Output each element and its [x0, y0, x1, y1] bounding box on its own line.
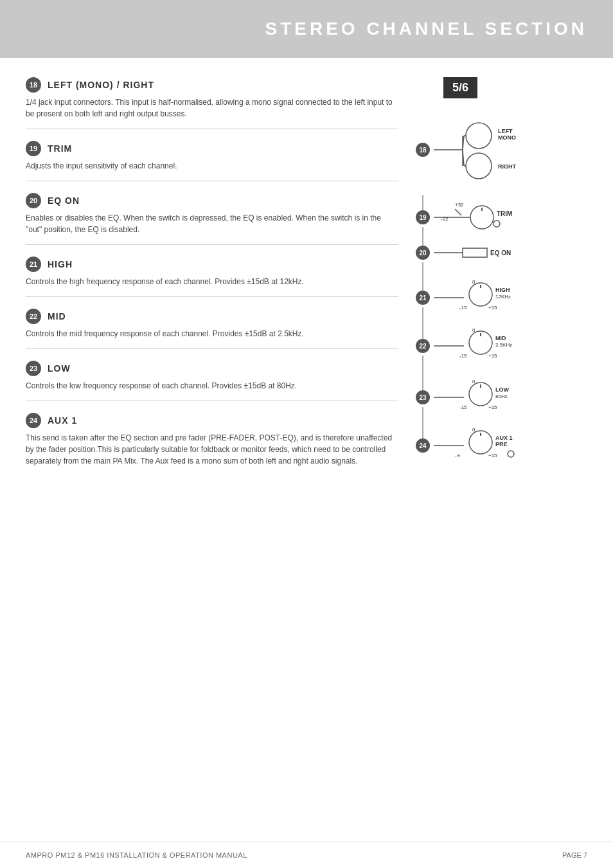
svg-text:21: 21 [419, 294, 427, 302]
svg-text:-∞: -∞ [455, 453, 461, 458]
badge-20: 20 [26, 193, 41, 208]
svg-text:2.5KHz: 2.5KHz [495, 342, 512, 348]
svg-text:23: 23 [419, 394, 427, 401]
svg-text:80Hz: 80Hz [495, 393, 508, 399]
svg-text:LOW: LOW [495, 386, 509, 393]
svg-text:22: 22 [419, 343, 427, 350]
footer-manual-label: AMPRO PM12 & PM16 INSTALLATION & OPERATI… [26, 851, 247, 859]
svg-point-22 [493, 221, 500, 227]
footer-page-label: PAGE 7 [562, 851, 587, 859]
svg-text:24: 24 [419, 442, 427, 449]
section-24: 24AUX 1This send is taken after the EQ s… [26, 413, 398, 476]
page-title: STEREO CHANNEL SECTION [265, 19, 587, 39]
svg-text:RIGHT: RIGHT [498, 163, 517, 170]
main-content: 18LEFT (MONO) / RIGHT1/4 jack input conn… [0, 58, 613, 602]
svg-text:-22: -22 [441, 216, 449, 222]
svg-text:+15: +15 [488, 353, 497, 359]
svg-text:AUX 1: AUX 1 [495, 435, 513, 441]
badge-22: 22 [26, 309, 41, 324]
svg-text:+15: +15 [488, 453, 497, 458]
section-18: 18LEFT (MONO) / RIGHT1/4 jack input conn… [26, 77, 398, 129]
svg-point-69 [508, 451, 514, 457]
svg-text:HIGH: HIGH [495, 287, 510, 293]
section-body-23: Controls the low frequency response of e… [26, 380, 398, 392]
svg-text:EQ ON: EQ ON [490, 249, 511, 257]
section-19: 19TRIMAdjusts the input sensitivity of e… [26, 141, 398, 181]
svg-rect-27 [463, 248, 487, 257]
section-header-19: 19TRIM [26, 141, 398, 156]
svg-text:19: 19 [419, 214, 427, 221]
svg-text:12KHz: 12KHz [495, 294, 511, 300]
section-title-21: HIGH [48, 259, 73, 269]
diagram-column: 5/6 18 LEFT MONO RIGHT 19 [411, 77, 540, 576]
section-header-23: 23LOW [26, 361, 398, 376]
section-title-22: MID [48, 311, 66, 321]
svg-text:20: 20 [419, 249, 427, 257]
svg-text:TRIM: TRIM [497, 210, 512, 217]
footer: AMPRO PM12 & PM16 INSTALLATION & OPERATI… [0, 842, 613, 868]
section-header-20: 20EQ ON [26, 193, 398, 208]
badge-23: 23 [26, 361, 41, 376]
diagram-svg: 18 LEFT MONO RIGHT 19 +32 -22 [411, 111, 533, 574]
svg-text:-15: -15 [459, 404, 467, 410]
svg-text:LEFT: LEFT [498, 128, 513, 134]
section-header-21: 21HIGH [26, 257, 398, 272]
badge-24: 24 [26, 413, 41, 428]
section-title-18: LEFT (MONO) / RIGHT [48, 80, 154, 90]
svg-text:18: 18 [419, 147, 427, 154]
svg-text:+15: +15 [488, 404, 497, 410]
section-23: 23LOWControls the low frequency response… [26, 361, 398, 401]
badge-18: 18 [26, 77, 41, 93]
section-header-24: 24AUX 1 [26, 413, 398, 428]
section-title-19: TRIM [48, 143, 72, 154]
section-title-23: LOW [48, 363, 71, 374]
page-badge: 5/6 [443, 77, 477, 98]
section-body-24: This send is taken after the EQ section … [26, 432, 398, 467]
svg-text:PRE: PRE [495, 441, 508, 448]
svg-text:+32: +32 [455, 202, 464, 208]
svg-point-3 [466, 123, 492, 149]
badge-19: 19 [26, 141, 41, 156]
section-22: 22MIDControls the mid frequency response… [26, 309, 398, 349]
header: STEREO CHANNEL SECTION [0, 0, 613, 58]
text-column: 18LEFT (MONO) / RIGHT1/4 jack input conn… [26, 77, 398, 576]
svg-text:MONO: MONO [498, 134, 516, 141]
svg-point-6 [466, 153, 492, 179]
section-body-19: Adjusts the input sensitivity of each ch… [26, 160, 398, 172]
section-header-22: 22MID [26, 309, 398, 324]
section-21: 21HIGHControls the high frequency respon… [26, 257, 398, 297]
svg-text:+15: +15 [488, 305, 497, 311]
svg-text:-15: -15 [459, 305, 467, 311]
section-body-20: Enables or disables the EQ. When the swi… [26, 212, 398, 235]
section-body-18: 1/4 jack input connectors. This input is… [26, 96, 398, 120]
section-title-20: EQ ON [48, 195, 80, 206]
svg-text:MID: MID [495, 335, 506, 341]
section-title-24: AUX 1 [48, 415, 77, 426]
section-20: 20EQ ONEnables or disables the EQ. When … [26, 193, 398, 245]
section-header-18: 18LEFT (MONO) / RIGHT [26, 77, 398, 93]
svg-text:-15: -15 [459, 353, 467, 359]
section-body-21: Controls the high frequency response of … [26, 276, 398, 287]
section-body-22: Controls the mid frequency response of e… [26, 328, 398, 339]
svg-line-18 [455, 209, 461, 215]
badge-21: 21 [26, 257, 41, 272]
